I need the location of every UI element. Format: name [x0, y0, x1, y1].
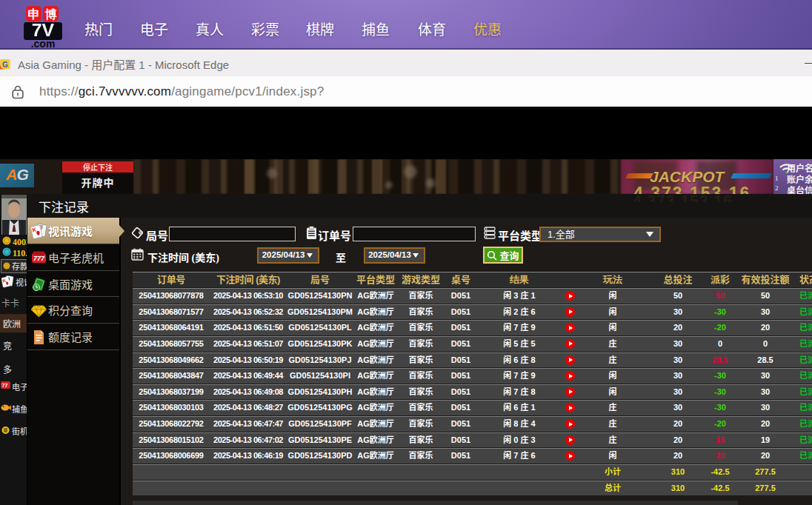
svg-text:777: 777 — [33, 255, 45, 262]
svg-text:77: 77 — [2, 383, 8, 388]
svg-text:G: G — [2, 61, 8, 69]
